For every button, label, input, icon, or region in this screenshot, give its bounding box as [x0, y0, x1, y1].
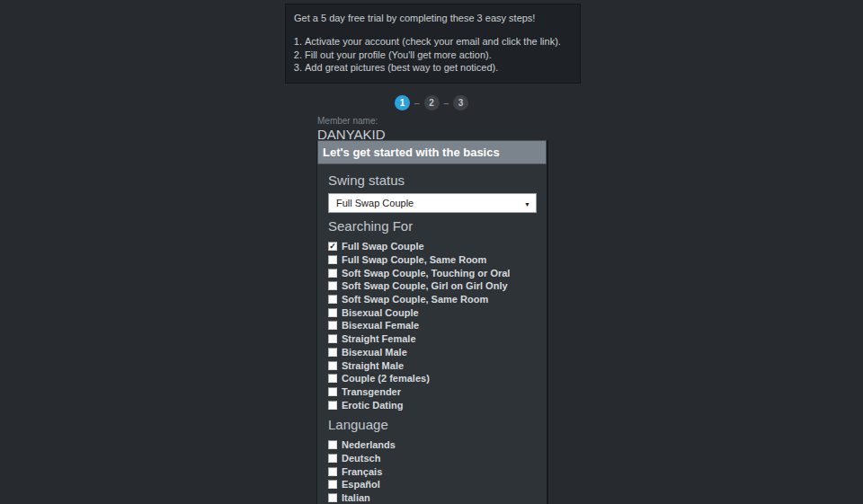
- step-circle[interactable]: 1: [395, 95, 410, 111]
- checkbox-option[interactable]: Couple (2 females): [328, 372, 536, 385]
- trial-step-item: Add great pictures (best way to get noti…: [305, 61, 580, 75]
- checkbox-label: Français: [342, 466, 382, 477]
- checkbox-label: Erotic Dating: [342, 400, 403, 411]
- checkbox-label: Transgender: [342, 386, 401, 397]
- checkbox-label: Straight Female: [342, 333, 416, 344]
- checkbox-option[interactable]: Erotic Dating: [328, 398, 536, 411]
- checkbox-option[interactable]: Transgender: [328, 385, 536, 399]
- checkbox-label: Bisexual Male: [342, 347, 407, 358]
- checkbox[interactable]: [328, 480, 337, 489]
- checkbox[interactable]: [328, 467, 337, 476]
- checkbox-option[interactable]: Español: [328, 478, 536, 491]
- step-circle[interactable]: 2: [424, 95, 440, 111]
- checkbox-label: Italian: [342, 492, 370, 503]
- checkbox[interactable]: [328, 321, 337, 330]
- checkbox-label: Full Swap Couple, Same Room: [342, 254, 486, 265]
- checkbox[interactable]: [328, 281, 337, 290]
- checkbox-label: Español: [342, 479, 380, 490]
- swing-status-selected-value: Full Swap Couple: [336, 198, 414, 208]
- checkbox-label: Couple (2 females): [342, 373, 430, 384]
- checkbox-label: Nederlands: [342, 439, 396, 450]
- member-name-block: Member name: DANYAKID: [317, 116, 386, 142]
- checkbox-label: Straight Male: [342, 360, 404, 371]
- searching-for-heading: Searching For: [328, 220, 536, 233]
- checkbox[interactable]: [328, 454, 337, 463]
- checkbox[interactable]: [328, 440, 337, 449]
- member-name-label: Member name:: [317, 116, 386, 126]
- checkbox-option[interactable]: Straight Female: [328, 332, 536, 346]
- checkbox-option[interactable]: Français: [328, 464, 536, 478]
- checkbox[interactable]: [328, 269, 337, 278]
- language-list: Nederlands Deutsch Français Español: [328, 438, 536, 504]
- step-indicator: 1 – 2 – 3: [0, 95, 863, 111]
- checkbox-option[interactable]: ✓ Full Swap Couple: [328, 240, 536, 253]
- checkbox[interactable]: [328, 295, 337, 304]
- swing-status-select[interactable]: Full Swap Couple ▼: [328, 193, 537, 213]
- swing-status-heading: Swing status: [328, 174, 536, 187]
- searching-for-list: ✓ Full Swap Couple Full Swap Couple, Sam…: [328, 240, 536, 411]
- checkbox-option[interactable]: Bisexual Couple: [328, 305, 536, 319]
- checkbox-option[interactable]: Bisexual Female: [328, 319, 536, 332]
- checkbox-label: Soft Swap Couple, Girl on Girl Only: [342, 280, 508, 291]
- trial-intro-text: Get a 5 day free trial by completing the…: [294, 13, 580, 23]
- checkbox-option[interactable]: Deutsch: [328, 452, 536, 465]
- checkbox-label: Bisexual Couple: [342, 307, 419, 318]
- checkbox[interactable]: [328, 348, 337, 357]
- checkbox[interactable]: ✓: [328, 242, 337, 251]
- checkbox-label: Bisexual Female: [342, 320, 419, 331]
- checkbox-label: Soft Swap Couple, Touching or Oral: [342, 268, 510, 279]
- checkbox[interactable]: [328, 361, 337, 370]
- checkbox-label: Deutsch: [342, 453, 380, 464]
- step-separator: –: [414, 99, 420, 108]
- step-separator: –: [444, 99, 449, 108]
- checkbox-label: Full Swap Couple: [342, 241, 424, 252]
- trial-step-item: Activate your account (check your email …: [305, 35, 580, 49]
- checkbox[interactable]: [328, 387, 337, 396]
- checkbox-option[interactable]: Bisexual Male: [328, 346, 536, 359]
- checkbox-option[interactable]: Soft Swap Couple, Girl on Girl Only: [328, 279, 536, 293]
- checkbox-option[interactable]: Italian: [328, 491, 536, 504]
- checkbox[interactable]: [328, 308, 337, 317]
- checkbox-option[interactable]: Full Swap Couple, Same Room: [328, 253, 536, 267]
- step-circle[interactable]: 3: [453, 95, 468, 111]
- checkbox[interactable]: [328, 255, 337, 264]
- basics-panel: Let's get started with the basics Swing …: [316, 140, 548, 504]
- checkbox-option[interactable]: Soft Swap Couple, Touching or Oral: [328, 266, 536, 279]
- checkbox-option[interactable]: Straight Male: [328, 358, 536, 372]
- dropdown-arrow-icon: ▼: [524, 201, 530, 208]
- panel-header-title: Let's get started with the basics: [317, 140, 547, 164]
- panel-body: Swing status Full Swap Couple ▼ Searchin…: [317, 164, 547, 504]
- checkbox[interactable]: [328, 401, 337, 410]
- checkbox[interactable]: [328, 374, 337, 383]
- checkbox-option[interactable]: Soft Swap Couple, Same Room: [328, 293, 536, 306]
- checkbox[interactable]: [328, 334, 337, 343]
- checkbox-label: Soft Swap Couple, Same Room: [342, 294, 488, 305]
- trial-steps-list: Activate your account (check your email …: [286, 35, 580, 75]
- trial-info-box: Get a 5 day free trial by completing the…: [285, 4, 581, 84]
- checkbox[interactable]: [328, 493, 337, 502]
- trial-step-item: Fill out your profile (You'll get more a…: [305, 49, 580, 62]
- language-heading: Language: [328, 419, 536, 431]
- checkbox-option[interactable]: Nederlands: [328, 438, 536, 452]
